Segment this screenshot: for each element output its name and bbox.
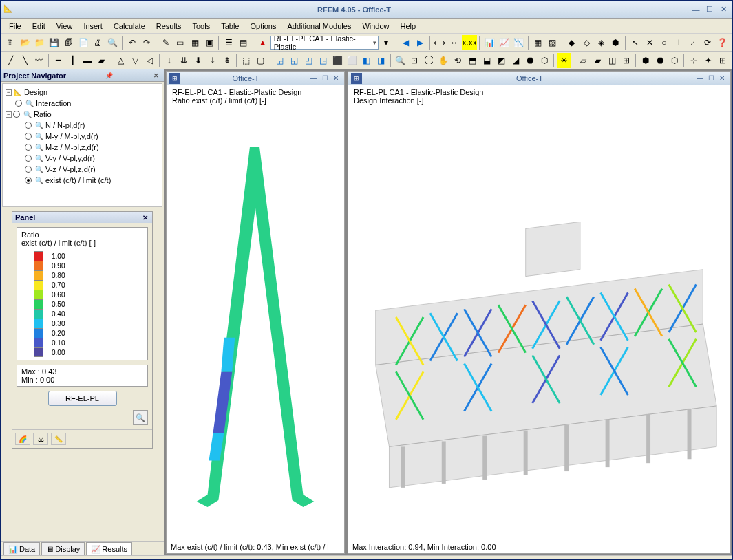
view2-canvas[interactable] xyxy=(348,107,730,541)
menu-file[interactable]: File xyxy=(3,21,27,32)
menu-edit[interactable]: Edit xyxy=(27,21,51,32)
close-button[interactable]: ✕ xyxy=(717,4,730,15)
menu-tools[interactable]: Tools xyxy=(187,21,215,32)
cube2-icon[interactable]: ◱ xyxy=(288,53,301,68)
support2-icon[interactable]: ▽ xyxy=(129,53,142,68)
panel-zoom-icon[interactable]: 🔍 xyxy=(133,410,148,425)
tree-ratio[interactable]: −🔍Ratio xyxy=(6,109,159,120)
load1-icon[interactable]: ↓ xyxy=(162,53,176,68)
load4-icon[interactable]: ⤓ xyxy=(206,53,220,68)
new-icon[interactable]: 🗎 xyxy=(3,35,17,50)
node3-icon[interactable]: ◈ xyxy=(594,35,608,50)
preview-icon[interactable]: 🔍 xyxy=(105,35,119,50)
open-icon[interactable]: 📂 xyxy=(18,35,32,50)
menu-additional-modules[interactable]: Additional Modules xyxy=(281,21,357,32)
panel-scale-icon[interactable]: 📏 xyxy=(51,433,66,445)
dim-icon[interactable]: ⟷ xyxy=(433,35,447,50)
chart1-icon[interactable]: 📊 xyxy=(482,35,496,50)
view1-icon[interactable]: ⬒ xyxy=(465,53,479,68)
tree-interaction[interactable]: 🔍Interaction xyxy=(6,98,159,109)
maximize-button[interactable]: ☐ xyxy=(703,4,716,15)
view2-maximize[interactable]: ☐ xyxy=(705,74,716,83)
line2-icon[interactable]: ╲ xyxy=(18,53,32,68)
render1-icon[interactable]: ☀ xyxy=(557,53,571,68)
navigator-tree[interactable]: −📐Design 🔍Interaction −🔍Ratio 🔍N / N-pl,… xyxy=(2,83,162,207)
tab-data[interactable]: 📊Data xyxy=(3,542,40,555)
view1-minimize[interactable]: — xyxy=(308,74,319,83)
box1-icon[interactable]: ⬚ xyxy=(240,53,253,68)
save-all-icon[interactable]: 🗐 xyxy=(62,35,76,50)
dropdown-icon[interactable]: ▾ xyxy=(379,35,393,50)
save-icon[interactable]: 💾 xyxy=(47,35,61,50)
plane4-icon[interactable]: ⊞ xyxy=(619,53,633,68)
solid1-icon[interactable]: ⬢ xyxy=(639,53,652,68)
support3-icon[interactable]: ◁ xyxy=(143,53,157,68)
node-icon[interactable]: ◆ xyxy=(565,35,579,50)
view2-close[interactable]: ✕ xyxy=(716,74,727,83)
edit-icon[interactable]: ✎ xyxy=(159,35,173,50)
cube6-icon[interactable]: ⬜ xyxy=(346,53,359,68)
support-icon[interactable]: △ xyxy=(114,53,128,68)
list-icon[interactable]: ☰ xyxy=(222,35,235,50)
table-icon[interactable]: ▦ xyxy=(188,35,202,50)
panel-close-icon[interactable]: ✕ xyxy=(141,213,149,222)
pan-icon[interactable]: ✋ xyxy=(436,53,450,68)
tree-ratio-item[interactable]: 🔍V-y / V-pl,y,d(r) xyxy=(6,153,159,164)
help-icon[interactable]: ❓ xyxy=(716,35,730,50)
rotate-icon[interactable]: ⟲ xyxy=(451,53,465,68)
load5-icon[interactable]: ⇟ xyxy=(220,53,234,68)
tab-display[interactable]: 🖥Display xyxy=(41,542,85,555)
surface-icon[interactable]: ▬ xyxy=(81,53,94,68)
menu-window[interactable]: Window xyxy=(357,21,394,32)
view1-close[interactable]: ✕ xyxy=(330,74,341,83)
rot-icon[interactable]: ⟳ xyxy=(701,35,714,50)
copy-icon[interactable]: 📄 xyxy=(76,35,90,50)
tree-ratio-item[interactable]: 🔍N / N-pl,d(r) xyxy=(6,120,159,131)
view2-minimize[interactable]: — xyxy=(694,74,705,83)
menu-calculate[interactable]: Calculate xyxy=(108,21,151,32)
tab-results[interactable]: 📈Results xyxy=(86,542,132,555)
prev-icon[interactable]: ◀ xyxy=(399,35,412,50)
panel-legend-icon[interactable]: 🌈 xyxy=(15,433,30,445)
mirror-icon[interactable]: ⟋ xyxy=(686,35,700,50)
menu-options[interactable]: Options xyxy=(244,21,281,32)
box2-icon[interactable]: ▢ xyxy=(254,53,268,68)
select-icon[interactable]: ▭ xyxy=(173,35,187,50)
load3-icon[interactable]: ⬇ xyxy=(191,53,205,68)
axis-icon[interactable]: ⊥ xyxy=(672,35,686,50)
node2-icon[interactable]: ◇ xyxy=(580,35,593,50)
navigator-close-icon[interactable]: ✕ xyxy=(151,71,161,80)
solid2-icon[interactable]: ⬣ xyxy=(653,53,667,68)
cube4-icon[interactable]: ◳ xyxy=(317,53,330,68)
chart2-icon[interactable]: 📈 xyxy=(497,35,511,50)
cube5-icon[interactable]: ⬛ xyxy=(331,53,345,68)
tree-ratio-item[interactable]: 🔍exist (c/t) / limit (c/t) xyxy=(6,175,159,186)
tree-ratio-item[interactable]: 🔍V-z / V-pl,z,d(r) xyxy=(6,164,159,175)
iso-icon[interactable]: ⬣ xyxy=(523,53,537,68)
next-icon[interactable]: ▶ xyxy=(414,35,427,50)
units-icon[interactable]: x.xx xyxy=(462,35,477,50)
menu-view[interactable]: View xyxy=(51,21,78,32)
member1-icon[interactable]: ━ xyxy=(52,53,65,68)
menu-results[interactable]: Results xyxy=(151,21,187,32)
view1-maximize[interactable]: ☐ xyxy=(319,74,330,83)
plane1-icon[interactable]: ▱ xyxy=(576,53,590,68)
tree-design[interactable]: −📐Design xyxy=(6,87,159,98)
tree-ratio-item[interactable]: 🔍M-z / M-pl,z,d(r) xyxy=(6,142,159,153)
polyline-icon[interactable]: 〰 xyxy=(32,53,46,68)
plane2-icon[interactable]: ▰ xyxy=(591,53,604,68)
redo-icon[interactable]: ↷ xyxy=(140,35,153,50)
window-icon[interactable]: ▣ xyxy=(202,35,216,50)
grid2-icon[interactable]: ⊞ xyxy=(716,53,730,68)
axes-icon[interactable]: ⊹ xyxy=(687,53,701,68)
mesh2-icon[interactable]: ▨ xyxy=(546,35,560,50)
cube1-icon[interactable]: ◲ xyxy=(273,53,287,68)
cursor-icon[interactable]: ↖ xyxy=(628,35,641,50)
menu-insert[interactable]: Insert xyxy=(78,21,108,32)
open2-icon[interactable]: 📁 xyxy=(32,35,46,50)
mesh-icon[interactable]: ▦ xyxy=(531,35,544,50)
chart3-icon[interactable]: 📉 xyxy=(511,35,525,50)
member2-icon[interactable]: ┃ xyxy=(66,53,80,68)
load2-icon[interactable]: ⇊ xyxy=(177,53,191,68)
cube8-icon[interactable]: ◨ xyxy=(374,53,388,68)
